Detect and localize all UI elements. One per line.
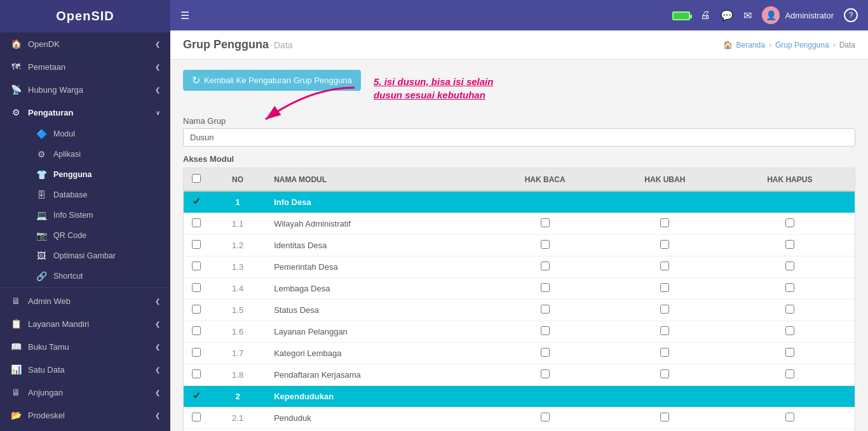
row-hak-baca xyxy=(485,408,605,429)
row-checkbox[interactable] xyxy=(192,197,201,206)
row-num: 2 xyxy=(209,386,266,408)
hak-baca-checkbox[interactable] xyxy=(541,262,550,270)
hak-baca-checkbox[interactable] xyxy=(541,348,550,357)
main-content: ☰ 🖨 💬 ✉ 👤 Administrator ? Gr xyxy=(170,0,868,431)
hak-hapus-checkbox[interactable] xyxy=(785,348,794,357)
sidebar-item-buku-tamu[interactable]: 📖 Buku Tamu ❮ xyxy=(0,335,170,358)
sidebar-item-admin-web[interactable]: 🖥 Admin Web ❮ xyxy=(0,289,170,312)
row-checkbox[interactable] xyxy=(192,283,201,292)
sidebar-item-pemetaan[interactable]: 🗺 Pemetaan ❮ xyxy=(0,55,170,78)
sidebar-item-shortcut[interactable]: 🔗 Shortcut xyxy=(13,266,170,286)
hak-ubah-checkbox[interactable] xyxy=(660,348,669,357)
sidebar-item-info-sistem[interactable]: 💻 Info Sistem xyxy=(13,205,170,225)
battery-icon xyxy=(672,10,690,20)
sidebar-item-hubung-warga[interactable]: 📡 Hubung Warga ❮ xyxy=(0,78,170,101)
row-checkbox-cell xyxy=(184,408,209,429)
row-num: 1.5 xyxy=(209,300,266,321)
hak-ubah-checkbox[interactable] xyxy=(660,262,669,270)
row-checkbox[interactable] xyxy=(192,348,201,357)
sidebar-item-layanan-mandiri[interactable]: 📋 Layanan Mandiri ❮ xyxy=(0,312,170,335)
row-hak-ubah xyxy=(605,300,725,321)
hak-baca-checkbox[interactable] xyxy=(541,305,550,314)
hak-baca-checkbox[interactable] xyxy=(541,283,550,292)
row-num: 1.1 xyxy=(209,213,266,235)
row-checkbox[interactable] xyxy=(192,305,201,314)
hak-baca-checkbox[interactable] xyxy=(541,413,550,421)
col-nama-modul: NAMA MODUL xyxy=(266,168,485,191)
chevron-icon: ❮ xyxy=(155,63,160,70)
pengaturan-submenu: 🔷 Modul ⚙ Aplikasi 👕 Pengguna 🗄 Database xyxy=(0,124,170,286)
row-num: 1.4 xyxy=(209,278,266,300)
hak-hapus-checkbox[interactable] xyxy=(785,240,794,249)
nama-grup-input[interactable] xyxy=(183,128,855,147)
breadcrumb-data: Data xyxy=(839,41,855,50)
hak-baca-checkbox[interactable] xyxy=(541,240,550,249)
row-hak-ubah xyxy=(605,364,725,386)
sidebar-item-pengguna[interactable]: 👕 Pengguna xyxy=(13,164,170,185)
table-row: 1.1 Wilayah Administratif xyxy=(184,213,855,235)
row-checkbox[interactable] xyxy=(192,218,201,227)
mail-icon[interactable]: ✉ xyxy=(743,10,752,22)
row-checkbox-cell xyxy=(184,343,209,364)
row-checkbox[interactable] xyxy=(192,240,201,249)
row-checkbox[interactable] xyxy=(192,369,201,378)
select-all-checkbox[interactable] xyxy=(192,174,201,183)
sidebar-item-anjungan[interactable]: 🖥 Anjungan ❮ xyxy=(0,381,170,404)
row-num: 1.3 xyxy=(209,256,266,278)
chevron-icon: ❮ xyxy=(155,389,160,396)
hak-hapus-checkbox[interactable] xyxy=(785,369,794,378)
sidebar-item-modul[interactable]: 🔷 Modul xyxy=(13,124,170,144)
hak-ubah-checkbox[interactable] xyxy=(660,240,669,249)
chat-icon[interactable]: 💬 xyxy=(721,10,733,22)
row-checkbox[interactable] xyxy=(192,413,201,421)
page-subtitle: Data xyxy=(274,40,293,50)
help-icon[interactable]: ? xyxy=(844,8,858,22)
sidebar-item-pengaturan[interactable]: ⚙ Pengaturan ∨ xyxy=(0,101,170,124)
satu-data-icon: 📊 xyxy=(10,364,22,375)
hak-baca-checkbox[interactable] xyxy=(541,218,550,227)
sidebar-item-satu-data[interactable]: 📊 Satu Data ❮ xyxy=(0,358,170,381)
sidebar-item-aplikasi[interactable]: ⚙ Aplikasi xyxy=(13,144,170,164)
hamburger-icon[interactable]: ☰ xyxy=(180,10,189,22)
sidebar-item-opendk[interactable]: 🏠 OpenDK ❮ xyxy=(0,32,170,55)
app-logo: OpenSID xyxy=(0,0,170,32)
hak-hapus-checkbox[interactable] xyxy=(785,413,794,421)
hak-ubah-checkbox[interactable] xyxy=(660,326,669,335)
content-area: Grup Pengguna Data 🏠 Beranda › Grup Peng… xyxy=(170,30,868,431)
hak-baca-checkbox[interactable] xyxy=(541,326,550,335)
row-hak-hapus xyxy=(725,408,855,429)
hak-hapus-checkbox[interactable] xyxy=(785,305,794,314)
row-hak-ubah xyxy=(605,408,725,429)
print-icon[interactable]: 🖨 xyxy=(700,10,710,21)
sidebar-item-optimasi-gambar[interactable]: 🖼 Optimasi Gambar xyxy=(13,246,170,266)
table-row: 1.4 Lembaga Desa xyxy=(184,278,855,300)
sidebar-item-database[interactable]: 🗄 Database xyxy=(13,185,170,205)
row-num: 1 xyxy=(209,191,266,213)
hak-ubah-checkbox[interactable] xyxy=(660,218,669,227)
row-label: Identitas Desa xyxy=(266,235,485,256)
breadcrumb-grup-pengguna[interactable]: Grup Pengguna xyxy=(775,41,829,50)
hak-ubah-checkbox[interactable] xyxy=(660,305,669,314)
hak-ubah-checkbox[interactable] xyxy=(660,369,669,378)
modul-icon: 🔷 xyxy=(36,129,47,139)
row-checkbox[interactable] xyxy=(192,391,201,400)
row-checkbox[interactable] xyxy=(192,326,201,335)
hak-hapus-checkbox[interactable] xyxy=(785,218,794,227)
sidebar-item-prodeskel[interactable]: 📂 Prodeskel ❮ xyxy=(0,404,170,427)
hak-hapus-checkbox[interactable] xyxy=(785,283,794,292)
breadcrumb-beranda[interactable]: Beranda xyxy=(736,41,765,50)
row-num: 2.1 xyxy=(209,408,266,429)
row-label: Wilayah Administratif xyxy=(266,213,485,235)
hak-baca-checkbox[interactable] xyxy=(541,369,550,378)
row-num: 1.7 xyxy=(209,343,266,364)
user-menu[interactable]: 👤 Administrator xyxy=(762,6,834,24)
hak-hapus-checkbox[interactable] xyxy=(785,326,794,335)
row-checkbox-cell xyxy=(184,256,209,278)
row-checkbox-cell xyxy=(184,235,209,256)
row-checkbox-cell xyxy=(184,386,209,408)
row-checkbox[interactable] xyxy=(192,262,201,270)
hak-ubah-checkbox[interactable] xyxy=(660,413,669,421)
hak-ubah-checkbox[interactable] xyxy=(660,283,669,292)
sidebar-item-qr-code[interactable]: 📷 QR Code xyxy=(13,225,170,246)
hak-hapus-checkbox[interactable] xyxy=(785,262,794,270)
